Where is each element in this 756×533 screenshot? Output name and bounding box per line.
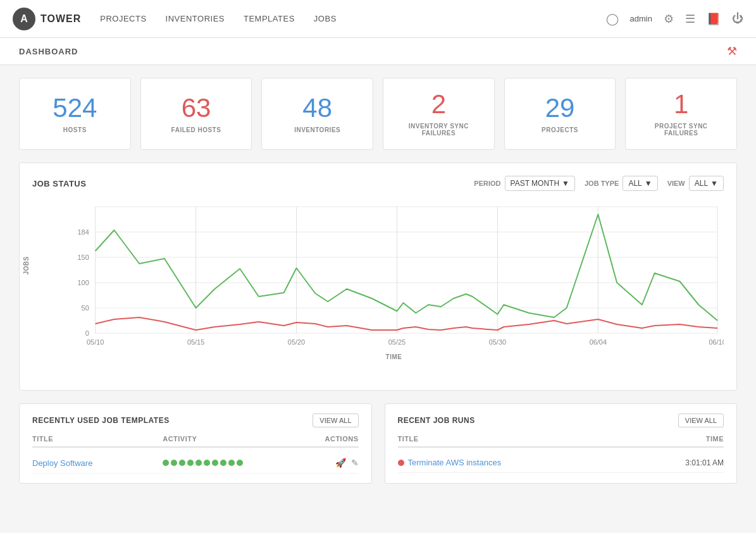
- dot-1: [163, 460, 169, 466]
- dot-9: [228, 460, 235, 466]
- breadcrumb-title: DASHBOARD: [19, 47, 78, 56]
- period-control: PERIOD PAST MONTH ▼: [474, 176, 575, 191]
- power-icon[interactable]: ⏻: [732, 12, 743, 25]
- job-status-header: JOB STATUS PERIOD PAST MONTH ▼ JOB TYPE …: [32, 176, 724, 191]
- svg-text:05/30: 05/30: [489, 338, 506, 346]
- stat-card-inventory-sync-failures[interactable]: 2 INVENTORY SYNCFAILURES: [383, 78, 495, 150]
- period-select[interactable]: PAST MONTH ▼: [505, 176, 575, 191]
- chevron-down-icon: ▼: [710, 179, 718, 188]
- rocket-icon[interactable]: 🚀: [335, 458, 346, 468]
- brand-logo-icon: A: [13, 8, 35, 30]
- stat-card-inventories[interactable]: 48 INVENTORIES: [261, 78, 373, 150]
- nav-inventories[interactable]: INVENTORIES: [166, 11, 225, 26]
- list-icon[interactable]: ☰: [685, 12, 695, 26]
- deploy-software-link[interactable]: Deploy Software: [32, 458, 92, 468]
- recent-job-runs-title: RECENT JOB RUNS: [398, 416, 475, 425]
- chart-svg: 0 50 100 150 184 05/10 05/15 05/20 05/25…: [64, 200, 724, 352]
- job-status-panel: JOB STATUS PERIOD PAST MONTH ▼ JOB TYPE …: [19, 162, 737, 391]
- recently-used-templates-panel: RECENTLY USED JOB TEMPLATES VIEW ALL TIT…: [19, 403, 372, 484]
- recent-job-runs-panel: RECENT JOB RUNS VIEW ALL TITLE TIME Term…: [385, 403, 738, 484]
- nav-projects[interactable]: PROJECTS: [100, 11, 146, 26]
- job-time-value: 3:01:01 AM: [685, 458, 724, 467]
- job-type-label: JOB TYPE: [585, 180, 619, 187]
- stat-card-project-sync-failures[interactable]: 1 PROJECT SYNCFAILURES: [625, 78, 737, 150]
- inventories-label: INVENTORIES: [294, 126, 340, 133]
- template-title-cell: Deploy Software: [32, 458, 163, 468]
- breadcrumb-bar: DASHBOARD ⚒: [0, 38, 756, 65]
- svg-text:05/10: 05/10: [87, 338, 104, 346]
- dot-10: [237, 460, 243, 466]
- svg-text:05/15: 05/15: [187, 338, 204, 346]
- panel-controls: PERIOD PAST MONTH ▼ JOB TYPE ALL ▼ VIEW: [474, 176, 724, 191]
- bottom-panels: RECENTLY USED JOB TEMPLATES VIEW ALL TIT…: [19, 403, 737, 484]
- job-status-chart: JOBS 0 50 100 150: [32, 200, 724, 377]
- actions-column-header: ACTIONS: [293, 435, 358, 443]
- table-row: Deploy Software: [32, 453, 359, 474]
- stat-cards: 524 HOSTS 63 FAILED HOSTS 48 INVENTORIES…: [19, 78, 737, 150]
- svg-text:0: 0: [85, 329, 89, 337]
- recent-job-runs-header: RECENT JOB RUNS VIEW ALL: [398, 414, 724, 427]
- user-icon: ◯: [606, 12, 619, 26]
- stat-card-failed-hosts[interactable]: 63 FAILED HOSTS: [140, 78, 252, 150]
- job-title-cell: Terminate AWS instances: [398, 458, 616, 467]
- dot-3: [179, 460, 185, 466]
- svg-text:150: 150: [78, 254, 89, 261]
- project-sync-failures-count: 1: [674, 91, 688, 118]
- action-icons: 🚀 ✎: [293, 458, 358, 468]
- chevron-down-icon: ▼: [645, 179, 652, 188]
- svg-text:50: 50: [82, 304, 89, 312]
- brand[interactable]: A TOWER: [13, 8, 81, 30]
- view-all-templates-button[interactable]: VIEW ALL: [313, 414, 358, 427]
- stat-card-hosts[interactable]: 524 HOSTS: [19, 78, 131, 150]
- status-dot-red: [398, 460, 404, 466]
- title-column-header: TITLE: [32, 435, 163, 443]
- view-control: VIEW ALL ▼: [667, 176, 724, 191]
- dot-6: [204, 460, 210, 466]
- activity-cell: [163, 460, 293, 466]
- dot-4: [187, 460, 194, 466]
- hosts-label: HOSTS: [63, 126, 87, 133]
- svg-text:184: 184: [78, 228, 89, 236]
- dot-5: [195, 460, 202, 466]
- inventory-sync-failures-count: 2: [431, 91, 446, 118]
- activity-dots: [163, 460, 293, 466]
- view-all-jobs-button[interactable]: VIEW ALL: [678, 414, 724, 427]
- recently-used-header: RECENTLY USED JOB TEMPLATES VIEW ALL: [32, 414, 359, 427]
- nav-links: PROJECTS INVENTORIES TEMPLATES JOBS: [100, 11, 605, 26]
- job-title-column-header: TITLE: [398, 435, 616, 443]
- brand-name: TOWER: [40, 13, 81, 25]
- view-select[interactable]: ALL ▼: [689, 176, 724, 191]
- job-status-title: JOB STATUS: [32, 179, 86, 188]
- inventory-sync-failures-label: INVENTORY SYNCFAILURES: [409, 123, 469, 137]
- svg-text:06/10: 06/10: [709, 338, 724, 346]
- x-axis-label: TIME: [64, 353, 724, 360]
- nav-templates[interactable]: TEMPLATES: [244, 11, 295, 26]
- admin-label: admin: [630, 14, 652, 23]
- navbar: A TOWER PROJECTS INVENTORIES TEMPLATES J…: [0, 0, 756, 38]
- book-icon[interactable]: 📕: [707, 12, 721, 26]
- failed-hosts-label: FAILED HOSTS: [171, 126, 221, 133]
- job-type-select[interactable]: ALL ▼: [623, 176, 657, 191]
- inventories-count: 48: [302, 95, 332, 121]
- alert-icon: ⚒: [727, 44, 737, 58]
- chevron-down-icon: ▼: [562, 179, 569, 188]
- gear-icon[interactable]: ⚙: [664, 12, 674, 26]
- dot-7: [212, 460, 218, 466]
- job-type-control: JOB TYPE ALL ▼: [585, 176, 658, 191]
- period-label: PERIOD: [474, 180, 500, 187]
- svg-text:06/04: 06/04: [590, 338, 607, 346]
- y-axis-label: JOBS: [23, 256, 30, 274]
- nav-jobs[interactable]: JOBS: [314, 11, 337, 26]
- edit-icon[interactable]: ✎: [351, 458, 359, 468]
- templates-table-header: TITLE ACTIVITY ACTIONS: [32, 435, 359, 448]
- actions-cell: 🚀 ✎: [293, 458, 358, 468]
- failed-hosts-count: 63: [182, 95, 211, 121]
- projects-count: 29: [545, 95, 575, 121]
- project-sync-failures-label: PROJECT SYNCFAILURES: [655, 123, 708, 137]
- navbar-right: ◯ admin ⚙ ☰ 📕 ⏻: [606, 12, 743, 26]
- stat-card-projects[interactable]: 29 PROJECTS: [504, 78, 616, 150]
- dot-2: [171, 460, 177, 466]
- svg-text:05/25: 05/25: [388, 338, 406, 346]
- main-content: 524 HOSTS 63 FAILED HOSTS 48 INVENTORIES…: [0, 65, 756, 496]
- terminate-aws-link[interactable]: Terminate AWS instances: [408, 458, 502, 467]
